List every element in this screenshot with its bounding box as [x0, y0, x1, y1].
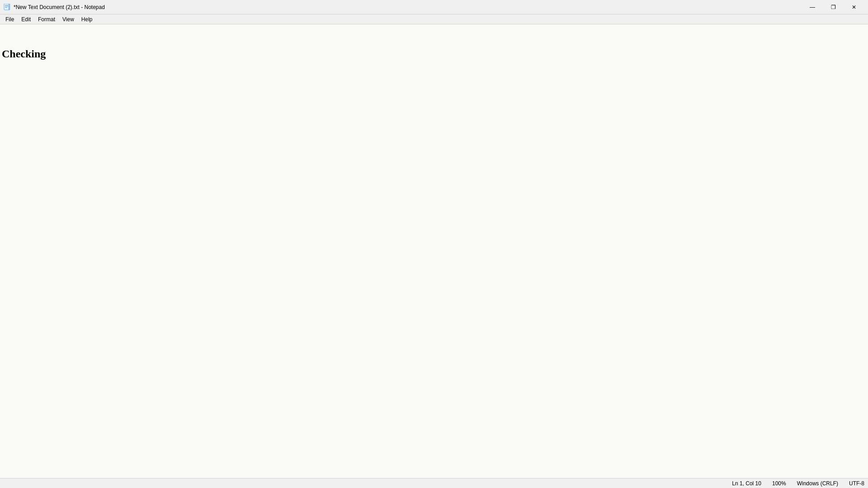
title-left: *New Text Document (2).txt - Notepad — [4, 4, 105, 11]
window-controls: — ❐ ✕ — [802, 0, 864, 14]
maximize-button[interactable]: ❐ — [823, 0, 844, 14]
status-bar: Ln 1, Col 10 100% Windows (CRLF) UTF-8 — [0, 478, 868, 488]
editor-area[interactable]: Checking — [0, 24, 868, 478]
line-ending: Windows (CRLF) — [797, 480, 838, 487]
editor-content-text: Checking — [0, 48, 47, 60]
close-button[interactable]: ✕ — [844, 0, 864, 14]
menu-edit[interactable]: Edit — [18, 14, 34, 24]
menu-format[interactable]: Format — [34, 14, 59, 24]
menu-file[interactable]: File — [2, 14, 18, 24]
menu-view[interactable]: View — [59, 14, 78, 24]
svg-rect-2 — [5, 6, 8, 6]
window-title: *New Text Document (2).txt - Notepad — [14, 4, 105, 10]
cursor-position: Ln 1, Col 10 — [732, 480, 761, 487]
menu-bar: File Edit Format View Help — [0, 14, 868, 24]
zoom-level: 100% — [772, 480, 786, 487]
svg-rect-3 — [5, 7, 7, 8]
menu-help[interactable]: Help — [78, 14, 96, 24]
minimize-button[interactable]: — — [802, 0, 823, 14]
notepad-icon — [4, 4, 11, 11]
title-bar: *New Text Document (2).txt - Notepad — ❐… — [0, 0, 868, 14]
encoding: UTF-8 — [849, 480, 864, 487]
svg-rect-1 — [5, 5, 8, 5]
